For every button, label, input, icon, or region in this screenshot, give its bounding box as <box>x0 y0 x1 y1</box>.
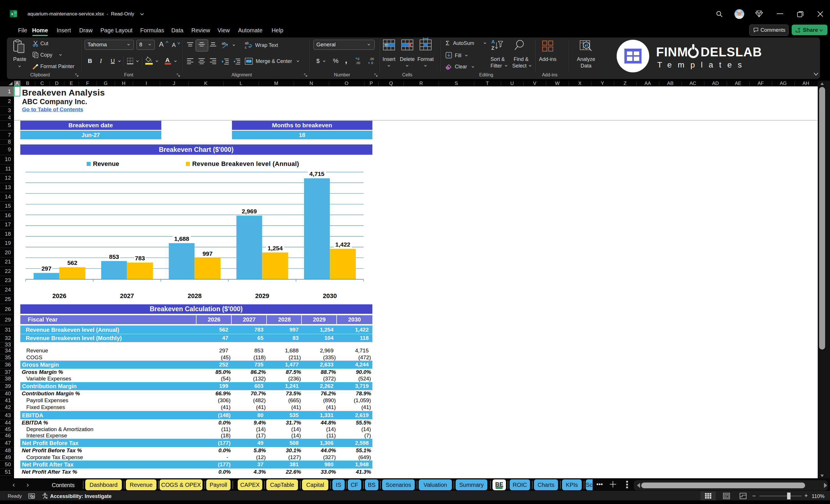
svg-text:2,969: 2,969 <box>242 208 257 215</box>
svg-text:Revenue Breakeven level (Annua: Revenue Breakeven level (Annual) <box>192 160 299 167</box>
svg-text:2026: 2026 <box>52 292 66 300</box>
svg-text:Revenue: Revenue <box>93 160 119 167</box>
svg-text:853: 853 <box>109 253 119 260</box>
svg-text:297: 297 <box>41 265 52 272</box>
svg-text:4,715: 4,715 <box>310 170 325 177</box>
svg-text:ab: ab <box>245 41 249 45</box>
svg-text:c: c <box>245 45 247 49</box>
svg-text:1,254: 1,254 <box>268 245 283 251</box>
svg-text:997: 997 <box>202 250 213 257</box>
svg-text:ab: ab <box>222 41 226 45</box>
svg-text:1,422: 1,422 <box>335 241 350 248</box>
svg-text:2027: 2027 <box>120 292 134 300</box>
svg-text:Z: Z <box>491 45 494 51</box>
svg-text:1,688: 1,688 <box>174 235 189 242</box>
svg-text:2030: 2030 <box>323 292 337 300</box>
svg-text:2029: 2029 <box>255 292 269 300</box>
svg-text:783: 783 <box>135 255 145 261</box>
svg-text:2028: 2028 <box>188 292 202 300</box>
svg-text:A: A <box>491 39 495 44</box>
svg-text:562: 562 <box>67 259 77 266</box>
svg-text:x: x <box>11 12 13 16</box>
